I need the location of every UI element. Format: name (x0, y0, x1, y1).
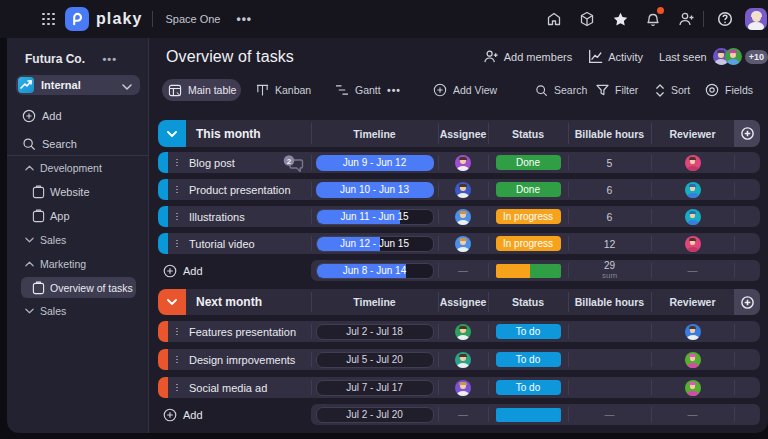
svg-text:2: 2 (287, 156, 292, 165)
